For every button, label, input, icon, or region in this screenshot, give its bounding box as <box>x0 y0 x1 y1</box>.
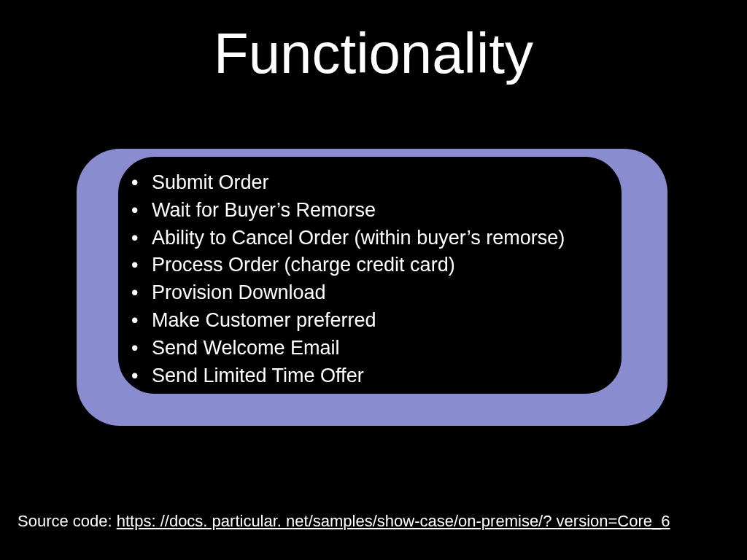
bullet-text: Make Customer preferred <box>152 307 376 335</box>
list-item: •Make Customer preferred <box>131 307 565 335</box>
bullet-dot: • <box>131 335 152 362</box>
bullet-text: Wait for Buyer’s Remorse <box>152 197 376 225</box>
bullet-dot: • <box>131 225 152 252</box>
bullet-list: •Submit Order •Wait for Buyer’s Remorse … <box>131 169 565 389</box>
bullet-text: Ability to Cancel Order (within buyer’s … <box>152 225 565 252</box>
list-item: •Provision Download <box>131 279 565 307</box>
bullet-dot: • <box>131 362 152 390</box>
list-item: •Ability to Cancel Order (within buyer’s… <box>131 225 565 252</box>
bullet-dot: • <box>131 307 152 335</box>
bullet-text: Process Order (charge credit card) <box>152 252 455 279</box>
source-code-link[interactable]: https: //docs. particular. net/samples/s… <box>117 512 670 530</box>
list-item: •Submit Order <box>131 169 565 197</box>
footer-label: Source code: <box>18 512 117 530</box>
footer: Source code: https: //docs. particular. … <box>18 512 670 531</box>
list-item: •Send Welcome Email <box>131 335 565 362</box>
list-item: •Wait for Buyer’s Remorse <box>131 197 565 225</box>
bullet-text: Provision Download <box>152 279 326 307</box>
bullet-dot: • <box>131 252 152 279</box>
bullet-dot: • <box>131 197 152 225</box>
bullet-text: Submit Order <box>152 169 269 197</box>
bullet-dot: • <box>131 169 152 197</box>
list-item: •Send Limited Time Offer <box>131 362 565 390</box>
slide-title: Functionality <box>0 20 747 87</box>
bullet-text: Send Welcome Email <box>152 335 340 362</box>
list-item: •Process Order (charge credit card) <box>131 252 565 279</box>
bullet-text: Send Limited Time Offer <box>152 362 364 390</box>
bullet-dot: • <box>131 279 152 307</box>
